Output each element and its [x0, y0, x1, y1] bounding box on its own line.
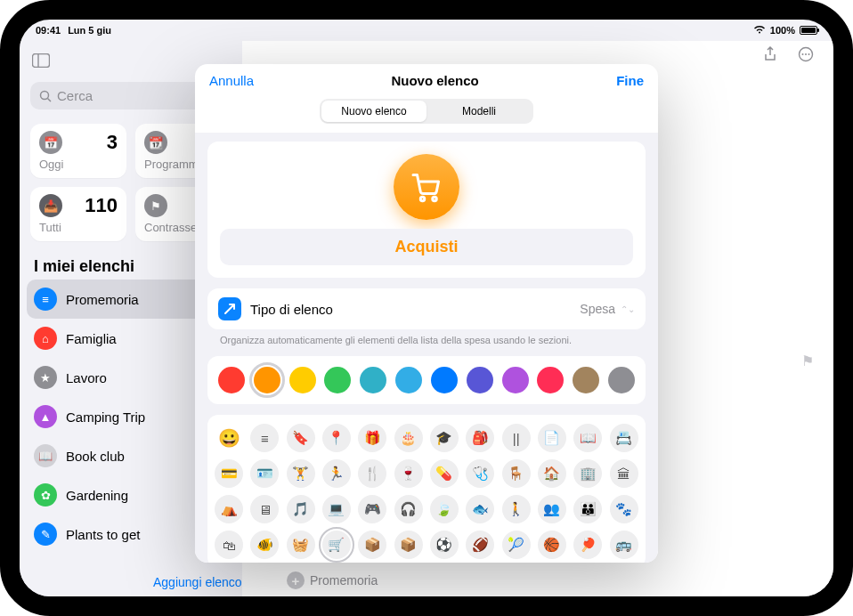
color-swatch[interactable]: [324, 367, 351, 393]
plus-icon: +: [287, 571, 305, 589]
house-icon: ⌂: [34, 327, 57, 350]
new-list-modal: Annulla Nuovo elenco Fine Nuovo elenco M…: [195, 64, 658, 563]
battery-percent: 100%: [770, 25, 795, 36]
icon-option[interactable]: 🐟: [466, 495, 494, 523]
icon-option[interactable]: 🏢: [573, 459, 602, 488]
cancel-button[interactable]: Annulla: [209, 73, 254, 88]
icon-option[interactable]: 🔖: [287, 424, 315, 452]
icon-option[interactable]: 🏃: [322, 459, 351, 488]
icon-option[interactable]: 🪑: [502, 459, 531, 488]
icon-option[interactable]: 🍴: [358, 459, 386, 488]
color-swatch[interactable]: [218, 367, 245, 393]
svg-point-7: [808, 53, 810, 55]
share-icon[interactable]: [762, 46, 778, 66]
color-picker: [207, 356, 646, 404]
icon-option[interactable]: 😀: [215, 424, 243, 452]
icon-option[interactable]: 🚶: [502, 495, 531, 523]
list-type-icon: [218, 297, 241, 320]
icon-option[interactable]: 💊: [430, 459, 459, 488]
add-list-button[interactable]: Aggiungi elenco: [153, 575, 242, 589]
smart-all[interactable]: 📥 110 Tutti: [30, 187, 126, 241]
color-swatch[interactable]: [289, 367, 316, 393]
tab-templates[interactable]: Modelli: [426, 101, 532, 122]
icon-option[interactable]: 📦: [394, 531, 423, 559]
color-swatch[interactable]: [608, 367, 635, 393]
icon-option[interactable]: 🩺: [466, 459, 494, 488]
add-reminder-button[interactable]: + Promemoria: [287, 571, 378, 589]
list-type-row[interactable]: Tipo di elenco Spesa ⌃⌄: [207, 288, 646, 329]
done-button[interactable]: Fine: [616, 73, 644, 88]
svg-point-2: [41, 91, 49, 99]
icon-option[interactable]: 🏀: [538, 531, 566, 559]
list-type-label: Tipo di elenco: [250, 302, 571, 317]
icon-option[interactable]: ≡: [250, 424, 279, 452]
flag-icon: ⚑: [801, 353, 814, 369]
svg-rect-0: [33, 54, 50, 68]
icon-option[interactable]: 🎵: [287, 495, 315, 523]
icon-option[interactable]: 🎂: [394, 424, 423, 452]
icon-option[interactable]: 🎓: [430, 424, 459, 452]
icon-option[interactable]: 📄: [538, 424, 566, 452]
icon-option[interactable]: 🎧: [394, 495, 423, 523]
icon-option[interactable]: ⚽: [430, 531, 459, 559]
svg-point-6: [805, 53, 807, 55]
icon-option[interactable]: 🎒: [466, 424, 494, 452]
status-date: Lun 5 giu: [68, 25, 111, 36]
icon-option[interactable]: 🏓: [573, 531, 602, 559]
icon-option[interactable]: 🍃: [430, 495, 459, 523]
list-icon: ≡: [34, 288, 57, 311]
segmented-control[interactable]: Nuovo elenco Modelli: [320, 99, 533, 124]
icon-option[interactable]: 📖: [573, 424, 602, 452]
icon-option[interactable]: 🐾: [610, 495, 638, 523]
icon-option[interactable]: 📦: [358, 531, 386, 559]
icon-option[interactable]: 🛍: [215, 531, 243, 559]
modal-title: Nuovo elenco: [391, 73, 478, 88]
icon-option[interactable]: 🏛: [610, 459, 638, 488]
icon-option[interactable]: 💳: [215, 459, 243, 488]
status-bar: 09:41 Lun 5 giu 100%: [20, 20, 833, 37]
list-name-input[interactable]: Acquisti: [220, 229, 633, 265]
icon-option[interactable]: 🧺: [287, 531, 315, 559]
star-icon: ★: [34, 366, 57, 389]
color-swatch[interactable]: [254, 367, 280, 393]
sidebar-toggle-icon[interactable]: [32, 53, 50, 71]
icon-option[interactable]: ||: [502, 424, 531, 452]
icon-option[interactable]: 🛒: [322, 531, 351, 559]
icon-option[interactable]: 🚌: [610, 531, 638, 559]
tab-new-list[interactable]: Nuovo elenco: [321, 101, 426, 122]
icon-option[interactable]: 🖥: [250, 495, 279, 523]
icon-option[interactable]: 🏈: [466, 531, 494, 559]
tent-icon: ▲: [34, 405, 57, 428]
icon-option[interactable]: 👪: [573, 495, 602, 523]
icon-option[interactable]: 🎮: [358, 495, 386, 523]
icon-option[interactable]: 🎁: [358, 424, 386, 452]
chevron-updown-icon: ⌃⌄: [621, 304, 635, 314]
color-swatch[interactable]: [395, 367, 422, 393]
icon-option[interactable]: 📍: [322, 424, 351, 452]
icon-option[interactable]: 🎾: [502, 531, 531, 559]
inbox-icon: 📥: [39, 194, 62, 217]
icon-option[interactable]: 🏋: [287, 459, 315, 488]
icon-option[interactable]: 📇: [610, 424, 638, 452]
icon-option[interactable]: 💻: [322, 495, 351, 523]
icon-option[interactable]: 🐠: [250, 531, 279, 559]
battery-icon: [800, 26, 817, 35]
color-swatch[interactable]: [467, 367, 493, 393]
more-icon[interactable]: [798, 46, 814, 66]
color-swatch[interactable]: [360, 367, 386, 393]
search-placeholder: Cerca: [57, 88, 93, 103]
svg-point-8: [420, 197, 425, 201]
icon-option[interactable]: ⛺: [215, 495, 243, 523]
color-swatch[interactable]: [573, 367, 599, 393]
icon-option[interactable]: 🍷: [394, 459, 423, 488]
color-swatch[interactable]: [431, 367, 458, 393]
svg-point-5: [802, 53, 804, 55]
smart-today[interactable]: 📅 3 Oggi: [30, 124, 126, 178]
leaf-icon: ✿: [34, 483, 57, 507]
icon-option[interactable]: 🏠: [538, 459, 566, 488]
color-swatch[interactable]: [537, 367, 564, 393]
icon-option[interactable]: 👥: [538, 495, 566, 523]
color-swatch[interactable]: [502, 367, 529, 393]
icon-option[interactable]: 🪪: [250, 459, 279, 488]
svg-line-3: [48, 98, 52, 101]
